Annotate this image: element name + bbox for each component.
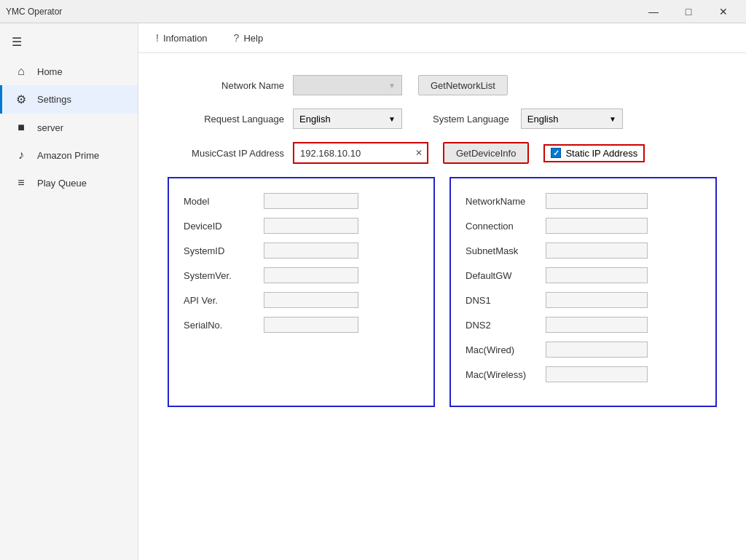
- panel-field-label: NetworkName: [466, 196, 546, 207]
- system-language-value: English: [527, 114, 609, 125]
- request-lang-arrow: ▼: [388, 115, 396, 123]
- panel-field-label: SystemVer.: [184, 270, 264, 281]
- title-bar-left: YMC Operator: [6, 7, 62, 17]
- ip-clear-button[interactable]: ✕: [411, 148, 427, 158]
- information-menu[interactable]: ! Infomation: [150, 29, 213, 47]
- app-title: YMC Operator: [6, 7, 62, 17]
- panel-field-input[interactable]: [264, 267, 358, 283]
- network-name-label: Network Name: [168, 80, 284, 91]
- music-icon: ♪: [14, 149, 28, 162]
- settings-icon: ⚙: [14, 92, 28, 106]
- request-language-dropdown[interactable]: English ▼: [293, 109, 402, 129]
- panel-field-label: SubnetMask: [466, 245, 546, 256]
- right-panel-row: DNS2: [466, 317, 701, 333]
- network-info-panel: NetworkName Connection SubnetMask Defaul…: [449, 177, 717, 407]
- sidebar-label-home: Home: [37, 66, 63, 77]
- ip-address-label: MusicCast IP Address: [168, 148, 284, 159]
- ip-address-input[interactable]: [294, 148, 411, 159]
- title-bar: YMC Operator — □ ✕: [0, 0, 746, 23]
- menu-bar: ! Infomation ? Help: [138, 23, 746, 53]
- panel-field-input[interactable]: [264, 317, 358, 333]
- sidebar: ☰ ⌂ Home ⚙ Settings ■ server ♪ Amazon Pr…: [0, 23, 138, 560]
- panel-field-input[interactable]: [546, 218, 648, 234]
- system-language-label: System Language: [433, 114, 509, 125]
- device-info-panel: Model DeviceID SystemID SystemVer. API V…: [168, 177, 435, 407]
- sidebar-item-home[interactable]: ⌂ Home: [0, 58, 138, 85]
- panel-field-label: DNS2: [466, 320, 546, 331]
- sidebar-item-server[interactable]: ■ server: [0, 114, 138, 141]
- left-panel-fields: Model DeviceID SystemID SystemVer. API V…: [184, 193, 419, 333]
- left-panel-row: SystemID: [184, 242, 419, 259]
- system-language-group: System Language English ▼: [433, 109, 623, 129]
- network-dropdown-arrow: ▼: [388, 82, 396, 90]
- information-icon: !: [156, 32, 159, 44]
- right-panel-row: NetworkName: [466, 193, 701, 209]
- right-panel-row: Connection: [466, 218, 701, 234]
- information-label: Infomation: [163, 33, 208, 44]
- panel-field-label: DeviceID: [184, 221, 264, 232]
- panel-field-label: SerialNo.: [184, 320, 264, 331]
- panel-field-label: DefaultGW: [466, 270, 546, 281]
- get-device-info-button[interactable]: GetDeviceInfo: [443, 142, 529, 164]
- panel-field-input[interactable]: [264, 242, 358, 259]
- panel-field-input[interactable]: [546, 242, 648, 259]
- panel-field-label: Connection: [466, 221, 546, 232]
- panel-field-input[interactable]: [264, 292, 358, 308]
- ip-address-row: MusicCast IP Address ✕ GetDeviceInfo ✓ S…: [168, 142, 717, 164]
- ip-input-wrapper: ✕: [293, 142, 428, 164]
- panel-field-input[interactable]: [546, 292, 648, 308]
- close-button[interactable]: ✕: [707, 0, 740, 23]
- minimize-button[interactable]: —: [637, 0, 670, 23]
- hamburger-menu[interactable]: ☰: [0, 29, 138, 55]
- help-menu[interactable]: ? Help: [228, 29, 270, 47]
- sidebar-label-server: server: [37, 122, 63, 133]
- content-area: Network Name ▼ GetNetworkList Request La…: [138, 53, 746, 560]
- sidebar-item-play-queue[interactable]: ≡ Play Queue: [0, 169, 138, 197]
- right-panel-row: SubnetMask: [466, 242, 701, 259]
- title-bar-controls: — □ ✕: [637, 0, 740, 23]
- get-network-list-button[interactable]: GetNetworkList: [418, 75, 508, 95]
- panel-field-input[interactable]: [264, 193, 358, 209]
- left-panel-row: SerialNo.: [184, 317, 419, 333]
- left-panel-row: API Ver.: [184, 292, 419, 308]
- panel-field-input[interactable]: [546, 193, 648, 209]
- panel-field-label: Mac(Wired): [466, 344, 546, 355]
- info-panels-row: Model DeviceID SystemID SystemVer. API V…: [168, 177, 717, 407]
- panel-field-input[interactable]: [546, 267, 648, 283]
- panel-field-label: DNS1: [466, 295, 546, 306]
- left-panel-row: SystemVer.: [184, 267, 419, 283]
- sidebar-item-amazon-prime[interactable]: ♪ Amazon Prime: [0, 141, 138, 169]
- language-row: Request Language English ▼ System Langua…: [168, 109, 717, 129]
- maximize-button[interactable]: □: [672, 0, 705, 23]
- sidebar-item-settings[interactable]: ⚙ Settings: [0, 85, 138, 114]
- check-mark: ✓: [553, 149, 560, 158]
- panel-field-label: Mac(Wireless): [466, 369, 546, 380]
- server-icon: ■: [14, 121, 28, 134]
- panel-field-label: API Ver.: [184, 295, 264, 306]
- panel-field-label: SystemID: [184, 245, 264, 256]
- left-panel-row: DeviceID: [184, 218, 419, 234]
- static-ip-checkbox[interactable]: ✓: [551, 148, 561, 158]
- sidebar-label-settings: Settings: [37, 94, 71, 105]
- panel-field-input[interactable]: [546, 366, 648, 382]
- request-language-value: English: [299, 114, 388, 125]
- help-label: Help: [243, 33, 263, 44]
- home-icon: ⌂: [14, 65, 28, 78]
- sidebar-label-amazon: Amazon Prime: [37, 150, 99, 161]
- panel-field-label: Model: [184, 196, 264, 207]
- panel-field-input[interactable]: [264, 218, 358, 234]
- network-name-dropdown[interactable]: ▼: [293, 75, 402, 95]
- list-icon: ≡: [14, 176, 28, 189]
- right-panel-row: Mac(Wireless): [466, 366, 701, 382]
- help-icon: ?: [234, 32, 240, 44]
- panel-field-input[interactable]: [546, 317, 648, 333]
- system-lang-arrow: ▼: [609, 115, 616, 123]
- right-panel-row: Mac(Wired): [466, 342, 701, 358]
- left-panel-row: Model: [184, 193, 419, 209]
- panel-field-input[interactable]: [546, 342, 648, 358]
- right-panel-fields: NetworkName Connection SubnetMask Defaul…: [466, 193, 701, 382]
- static-ip-checkbox-wrapper[interactable]: ✓ Static IP Address: [543, 144, 645, 162]
- system-language-dropdown[interactable]: English ▼: [521, 109, 623, 129]
- request-language-label: Request Language: [168, 114, 284, 125]
- app-container: ☰ ⌂ Home ⚙ Settings ■ server ♪ Amazon Pr…: [0, 23, 746, 560]
